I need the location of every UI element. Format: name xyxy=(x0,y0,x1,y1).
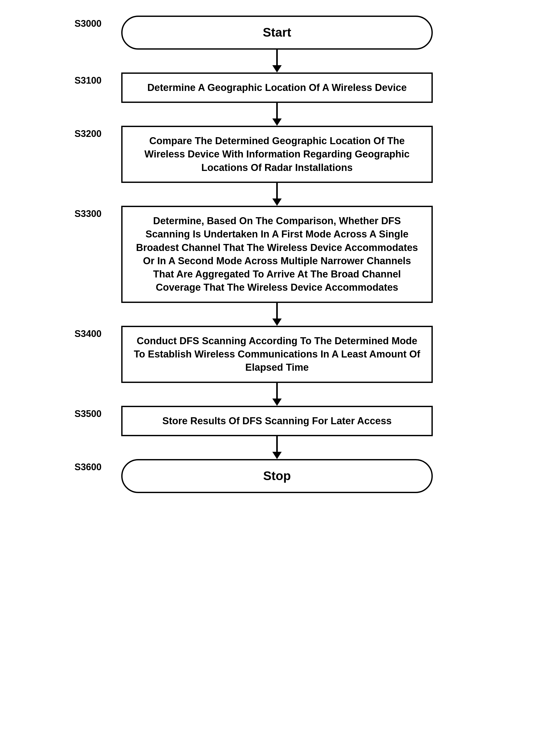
label-S3200: S3200 xyxy=(69,126,121,139)
box-S3600: Stop xyxy=(121,459,433,493)
arrow-1 xyxy=(272,65,282,72)
step-S3500: S3500 Store Results Of DFS Scanning For … xyxy=(69,406,485,436)
box-S3400: Conduct DFS Scanning According To The De… xyxy=(121,326,433,383)
connector-3 xyxy=(69,183,485,206)
box-wrapper-S3600: Stop xyxy=(121,459,433,493)
label-S3400: S3400 xyxy=(69,326,121,339)
line-1 xyxy=(276,50,278,65)
connector-4 xyxy=(69,303,485,326)
box-S3300: Determine, Based On The Comparison, Whet… xyxy=(121,206,433,303)
label-S3100: S3100 xyxy=(69,72,121,86)
arrow-3 xyxy=(272,199,282,206)
line-4 xyxy=(276,303,278,318)
box-S3200: Compare The Determined Geographic Locati… xyxy=(121,126,433,183)
line-6 xyxy=(276,436,278,452)
label-S3000: S3000 xyxy=(69,15,121,29)
connector-1 xyxy=(69,50,485,72)
step-S3600: S3600 Stop xyxy=(69,459,485,493)
box-wrapper-S3200: Compare The Determined Geographic Locati… xyxy=(121,126,433,183)
label-S3600: S3600 xyxy=(69,459,121,472)
arrow-6 xyxy=(272,452,282,459)
arrow-5 xyxy=(272,399,282,406)
box-S3000: Start xyxy=(121,15,433,50)
line-3 xyxy=(276,183,278,199)
connector-5 xyxy=(69,383,485,406)
line-5 xyxy=(276,383,278,399)
box-S3100: Determine A Geographic Location Of A Wir… xyxy=(121,72,433,103)
label-S3500: S3500 xyxy=(69,406,121,419)
connector-2 xyxy=(69,103,485,126)
flowchart: S3000 Start S3100 Determine A Geographic… xyxy=(69,15,485,493)
arrow-2 xyxy=(272,118,282,126)
step-S3200: S3200 Compare The Determined Geographic … xyxy=(69,126,485,183)
box-wrapper-S3000: Start xyxy=(121,15,433,50)
step-S3100: S3100 Determine A Geographic Location Of… xyxy=(69,72,485,103)
step-S3000: S3000 Start xyxy=(69,15,485,50)
label-S3300: S3300 xyxy=(69,206,121,219)
box-wrapper-S3100: Determine A Geographic Location Of A Wir… xyxy=(121,72,433,103)
box-wrapper-S3500: Store Results Of DFS Scanning For Later … xyxy=(121,406,433,436)
box-wrapper-S3300: Determine, Based On The Comparison, Whet… xyxy=(121,206,433,303)
connector-6 xyxy=(69,436,485,459)
box-wrapper-S3400: Conduct DFS Scanning According To The De… xyxy=(121,326,433,383)
step-S3300: S3300 Determine, Based On The Comparison… xyxy=(69,206,485,303)
step-S3400: S3400 Conduct DFS Scanning According To … xyxy=(69,326,485,383)
line-2 xyxy=(276,103,278,118)
box-S3500: Store Results Of DFS Scanning For Later … xyxy=(121,406,433,436)
arrow-4 xyxy=(272,318,282,326)
